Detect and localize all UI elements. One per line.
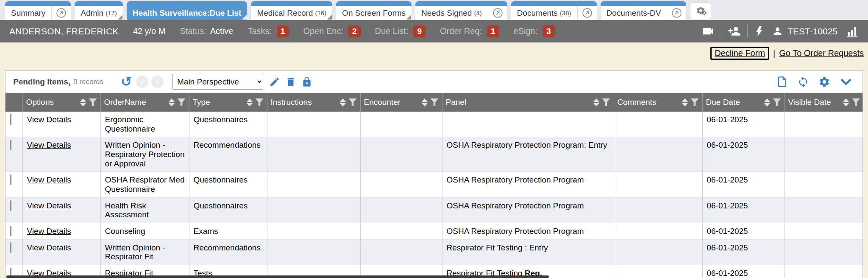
sort-icon[interactable]: [843, 98, 849, 107]
divider: [747, 25, 748, 38]
sort-icon[interactable]: [80, 98, 86, 107]
order-req-badge[interactable]: 1: [487, 25, 499, 37]
cell-encounter: [360, 239, 442, 265]
lock-icon[interactable]: [301, 76, 312, 87]
table-row: View Details OSHA Respirator Med Questio…: [6, 172, 863, 197]
bar-chart-icon[interactable]: [846, 25, 859, 38]
view-details-link[interactable]: View Details: [27, 115, 71, 124]
row-checkbox[interactable]: [10, 200, 11, 211]
sort-icon[interactable]: [593, 98, 599, 107]
cell-type: Recommendations: [189, 137, 267, 172]
edit-pencil-icon[interactable]: [269, 76, 280, 87]
filter-funnel-icon[interactable]: [89, 98, 97, 106]
lightning-icon[interactable]: [754, 26, 765, 37]
select-all-header[interactable]: [6, 93, 22, 112]
cell-encounter: [360, 137, 442, 172]
open-enc-badge[interactable]: 2: [348, 25, 361, 37]
nav-next-icon[interactable]: ›: [151, 76, 164, 88]
row-checkbox[interactable]: [10, 242, 11, 253]
view-details-link[interactable]: View Details: [27, 243, 71, 252]
view-details-link[interactable]: View Details: [27, 175, 71, 184]
due-list-label: Due List:: [375, 26, 409, 36]
row-checkbox[interactable]: [10, 226, 11, 236]
filter-funnel-icon[interactable]: [602, 98, 610, 106]
links-separator: |: [773, 48, 775, 58]
filter-funnel-icon[interactable]: [773, 98, 781, 106]
col-type[interactable]: Type: [189, 93, 267, 112]
nav-prev-icon[interactable]: ‹: [136, 76, 148, 88]
corner-fold-icon: [406, 15, 411, 20]
tab-label: On Screen Forms: [342, 8, 406, 18]
row-checkbox[interactable]: [10, 174, 11, 185]
filter-funnel-icon[interactable]: [256, 98, 264, 106]
sort-icon[interactable]: [682, 98, 688, 107]
chevron-down-icon[interactable]: [840, 76, 852, 88]
tab-documents[interactable]: Documents (38): [511, 1, 597, 20]
external-link-icon[interactable]: [578, 6, 597, 20]
sort-icon[interactable]: [764, 98, 770, 107]
esign-badge[interactable]: 3: [542, 25, 555, 37]
filter-funnel-icon[interactable]: [349, 98, 357, 106]
col-instructions[interactable]: Instructions: [267, 93, 360, 112]
col-comments[interactable]: Comments: [614, 93, 702, 112]
row-checkbox[interactable]: [10, 114, 11, 125]
horizontal-scrollbar-thumb[interactable]: [6, 275, 549, 278]
go-to-order-requests-link[interactable]: Go To Order Requests: [779, 48, 864, 58]
tab-needs-signed[interactable]: Needs Signed (4): [415, 1, 507, 20]
tab-health-surveillance-due-list[interactable]: Health Surveillance:Due List: [127, 1, 248, 20]
person-icon[interactable]: [772, 25, 783, 37]
col-panel[interactable]: Panel: [442, 93, 614, 112]
person-add-icon[interactable]: [728, 25, 741, 38]
new-page-icon[interactable]: [776, 76, 788, 87]
tab-settings-button[interactable]: [690, 2, 711, 19]
cell-order-name: Counseling: [100, 223, 189, 239]
gear-icon[interactable]: [818, 76, 830, 88]
cell-panel: OSHA Respiratory Protection Program: [442, 223, 614, 239]
tasks-badge[interactable]: 1: [277, 25, 289, 37]
cell-comments: [614, 265, 702, 278]
due-list-badge[interactable]: 9: [413, 25, 426, 37]
refresh-icon[interactable]: [797, 76, 809, 88]
cell-due-date: 06-01-2025: [702, 137, 785, 172]
cell-comments: [614, 137, 702, 172]
tab-summary[interactable]: Summary: [5, 1, 71, 20]
view-details-link[interactable]: View Details: [27, 140, 71, 149]
tab-on-screen-forms[interactable]: On Screen Forms: [336, 1, 412, 20]
tab-documents-dv[interactable]: Documents-DV: [601, 1, 687, 20]
external-link-icon[interactable]: [488, 6, 507, 20]
view-details-link[interactable]: View Details: [27, 227, 71, 236]
filter-funnel-icon[interactable]: [178, 98, 186, 106]
sort-icon[interactable]: [247, 98, 253, 107]
order-req-label: Order Req:: [440, 26, 482, 36]
col-options[interactable]: Options: [22, 93, 100, 112]
filter-funnel-icon[interactable]: [431, 98, 439, 106]
perspective-select[interactable]: Main Perspective: [172, 74, 263, 90]
cell-order-name: Written Opinion - Respiratory Protection…: [100, 137, 189, 172]
tab-admin[interactable]: Admin (17): [75, 1, 123, 20]
external-link-icon[interactable]: [667, 6, 686, 20]
trash-icon[interactable]: [285, 76, 296, 87]
col-visible-date[interactable]: Visible Date: [785, 93, 863, 112]
cell-type: Questionnaires: [189, 197, 267, 223]
tab-count: (17): [106, 9, 117, 17]
tab-medical-record[interactable]: Medical Record (16): [251, 1, 332, 20]
filter-funnel-icon[interactable]: [852, 98, 860, 106]
sort-icon[interactable]: [340, 98, 346, 107]
external-link-icon[interactable]: [52, 6, 71, 20]
col-encounter[interactable]: Encounter: [360, 93, 442, 112]
cell-encounter: [360, 197, 442, 223]
video-camera-icon[interactable]: [701, 25, 715, 38]
view-details-link[interactable]: View Details: [27, 201, 71, 210]
cell-due-date: 06-01-2025: [702, 197, 785, 223]
col-ordername[interactable]: OrderName: [100, 93, 189, 112]
app-screen: Summary Admin (17) Health Surveillance:D…: [0, 0, 868, 278]
tab-label: Summary: [11, 8, 45, 18]
cell-instructions: [267, 197, 360, 223]
col-due-date[interactable]: Due Date: [702, 93, 785, 112]
row-checkbox[interactable]: [10, 140, 11, 150]
decline-form-link[interactable]: Decline Form: [710, 47, 769, 60]
filter-funnel-icon[interactable]: [691, 98, 699, 106]
sort-icon[interactable]: [422, 98, 428, 107]
sort-icon[interactable]: [169, 98, 175, 107]
undo-icon[interactable]: ↺: [121, 75, 132, 88]
